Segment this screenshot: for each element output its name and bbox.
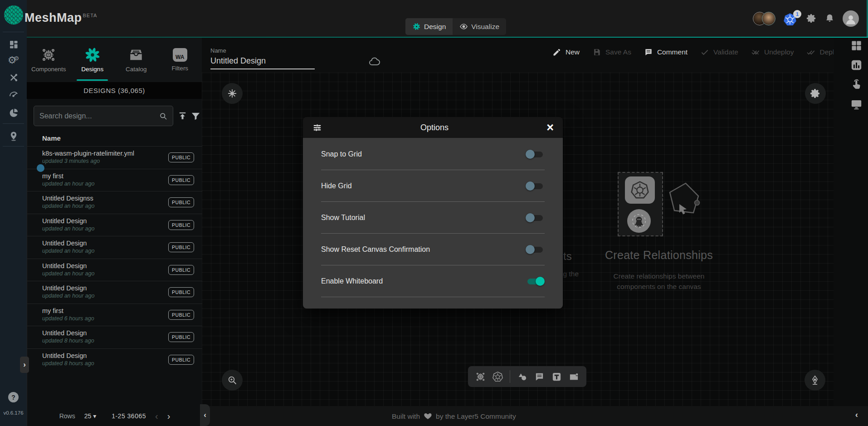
design-row[interactable]: Untitled Design updated an hour ago PUBL… <box>27 214 202 236</box>
next-page-button[interactable]: › <box>167 411 171 421</box>
sidebar-item-dashboard[interactable] <box>0 37 27 52</box>
undeploy-button[interactable]: Undeploy <box>751 48 794 57</box>
tab-design[interactable]: Design <box>405 18 453 35</box>
tab-components[interactable]: Components <box>27 38 71 82</box>
close-icon[interactable]: × <box>546 122 554 134</box>
option-row: Enable Whiteboard <box>321 265 545 297</box>
sidebar-item-configuration[interactable] <box>0 70 27 85</box>
rows-label: Rows <box>59 412 75 420</box>
visibility-badge: PUBLIC <box>168 152 194 162</box>
visibility-badge: PUBLIC <box>168 310 194 320</box>
undeploy-button-label: Undeploy <box>764 48 794 56</box>
toggle-knob <box>536 277 545 286</box>
toggle-switch[interactable] <box>526 276 545 286</box>
help-button[interactable]: ? <box>8 392 19 402</box>
layer5-logo[interactable] <box>0 0 27 30</box>
pagination-range: 1-25 36065 <box>112 412 146 420</box>
design-row[interactable]: Untitled Designss updated an hour ago PU… <box>27 191 202 214</box>
toggle-switch[interactable] <box>526 245 545 255</box>
design-row[interactable]: k8s-wasm-plugin-ratelimiter.yml updated … <box>27 146 202 169</box>
name-field-value[interactable]: Untitled Design <box>210 56 315 66</box>
expand-chevron-icon: › <box>23 360 26 369</box>
toggle-knob <box>526 181 535 191</box>
active-tab-underline <box>77 79 108 81</box>
design-row[interactable]: Untitled Design updated 8 hours ago PUBL… <box>27 348 202 371</box>
octopus-icon <box>631 213 647 229</box>
drawer-expand-handle[interactable]: › <box>20 357 29 373</box>
sidebar-item-meshmap[interactable] <box>0 128 27 144</box>
visibility-badge: PUBLIC <box>168 220 194 230</box>
tab-filters[interactable]: WA Filters <box>158 38 202 82</box>
comment-button[interactable]: Comment <box>644 48 688 57</box>
save-as-button[interactable]: Save As <box>592 48 631 57</box>
option-row: Show Reset Canvas Confirmation <box>321 234 545 265</box>
toggle-switch[interactable] <box>526 149 545 159</box>
notifications-button[interactable] <box>824 13 835 24</box>
chart-panel-icon[interactable] <box>850 59 863 71</box>
zoom-in-button[interactable] <box>222 370 243 391</box>
media-icon[interactable] <box>569 372 579 382</box>
settings-button[interactable] <box>806 13 817 24</box>
design-row[interactable]: Untitled Design updated an hour ago PUBL… <box>27 259 202 281</box>
list-pagination: Rows 25 ▾ 1-25 36065 ‹ › <box>27 411 202 421</box>
canvas-options-button[interactable] <box>805 83 826 104</box>
tab-catalog[interactable]: Catalog <box>114 38 158 82</box>
sidebar-item-lifecycle[interactable]: ⚙⚙ <box>0 53 27 68</box>
prev-page-button[interactable]: ‹ <box>155 411 158 421</box>
kubernetes-icon[interactable] <box>493 372 503 382</box>
import-design-button[interactable] <box>177 111 188 123</box>
toggle-switch[interactable] <box>526 181 545 191</box>
toggle-switch[interactable] <box>526 213 545 223</box>
options-modal-header: Options × <box>303 117 563 138</box>
new-button-label: New <box>566 48 580 56</box>
design-row[interactable]: Untitled Design updated 8 hours ago PUBL… <box>27 326 202 348</box>
double-check-crossed-icon <box>751 48 760 57</box>
tab-designs[interactable]: Designs <box>71 38 115 82</box>
touch-interaction-icon[interactable] <box>850 78 863 91</box>
collapse-right-handle[interactable]: ‹ <box>855 410 858 420</box>
grid-view-icon[interactable] <box>850 39 863 52</box>
screen-share-icon[interactable] <box>850 98 863 110</box>
validate-button[interactable]: Validate <box>700 48 738 57</box>
sync-status-button[interactable] <box>368 55 380 69</box>
catalog-drawer-icon <box>128 47 144 63</box>
canvas-toolbar: New Save As Comment Validate Undeploy De… <box>552 48 842 57</box>
design-row[interactable]: Untitled Design updated an hour ago PUBL… <box>27 236 202 259</box>
beta-tag: BETA <box>83 13 98 18</box>
gear-icon <box>806 13 817 24</box>
search-icon[interactable] <box>159 112 168 121</box>
caret-down-icon: ▾ <box>93 412 96 420</box>
components-circuit-icon[interactable] <box>475 372 486 382</box>
visibility-badge: PUBLIC <box>168 287 194 297</box>
user-avatar[interactable] <box>843 10 859 27</box>
comment-button-label: Comment <box>657 48 688 56</box>
gears-icon: ⚙⚙ <box>8 55 19 65</box>
comment-icon[interactable] <box>534 372 545 382</box>
tab-visualize[interactable]: Visualize <box>453 18 506 35</box>
sidebar-item-performance[interactable] <box>0 86 27 102</box>
design-row[interactable]: my first updated an hour ago PUBLIC <box>27 169 202 191</box>
whiteboard-pen-button[interactable] <box>805 370 825 391</box>
name-field-underline <box>210 69 315 69</box>
sidebar-item-extensions[interactable] <box>0 105 27 121</box>
option-label: Show Tutorial <box>321 214 365 222</box>
visibility-badge: PUBLIC <box>168 332 194 342</box>
collaborator-avatar[interactable] <box>762 12 775 25</box>
location-pin-icon <box>8 131 19 142</box>
new-button[interactable]: New <box>552 48 580 57</box>
right-toolbar <box>834 38 868 406</box>
help-glyph: ? <box>11 394 15 401</box>
canvas-widgets-button[interactable] <box>222 83 243 104</box>
name-column-header: Name <box>42 134 61 142</box>
design-row[interactable]: Untitled Design updated an hour ago PUBL… <box>27 281 202 304</box>
collapse-panel-handle[interactable]: ‹ <box>200 404 210 426</box>
kubernetes-context-button[interactable]: 1 <box>783 11 799 26</box>
collaborator-avatars <box>753 12 775 25</box>
shapes-icon[interactable] <box>517 372 527 382</box>
design-name-field: Name Untitled Design <box>210 47 315 69</box>
filter-button[interactable] <box>190 111 201 123</box>
rows-per-page-select[interactable]: 25 ▾ <box>84 412 97 420</box>
design-row[interactable]: my first updated 6 hours ago PUBLIC <box>27 304 202 326</box>
text-tool-icon[interactable] <box>551 372 562 382</box>
search-input[interactable] <box>34 112 159 120</box>
